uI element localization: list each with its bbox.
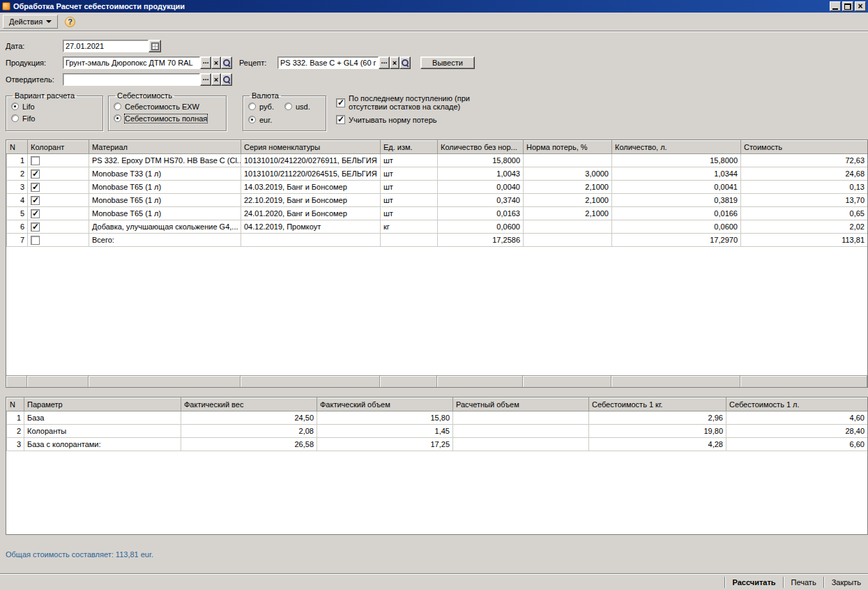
column-header-cost-per-kg[interactable]: Себестоимость 1 кг. <box>589 398 726 411</box>
cell-cost[interactable]: 2,02 <box>741 220 868 234</box>
column-header-loss-rate[interactable]: Норма потерь, % <box>524 141 612 154</box>
column-header-series[interactable]: Серия номенклатуры <box>241 141 381 154</box>
column-header-colorant[interactable]: Колорант <box>28 141 89 154</box>
actions-menu-button[interactable]: Действия <box>3 15 58 29</box>
cell-actual-weight[interactable]: 24,50 <box>181 411 317 425</box>
cell-unit[interactable]: шт <box>381 167 438 181</box>
cell-n[interactable]: 2 <box>7 167 28 181</box>
colorant-checkbox[interactable] <box>31 222 40 232</box>
materials-row[interactable]: 7Всего:17,258617,2970113,81 <box>7 234 868 247</box>
minimize-button[interactable] <box>830 1 841 11</box>
cell-qty-liters[interactable]: 0,0041 <box>612 181 741 194</box>
recipe-input[interactable] <box>277 56 379 69</box>
colorant-checkbox[interactable] <box>31 169 40 179</box>
checkbox-last-receipt[interactable]: По последнему поступлению (при отсутстви… <box>336 94 510 111</box>
radio-option-eur[interactable]: eur. <box>248 114 284 126</box>
cell-loss-rate[interactable] <box>524 220 612 234</box>
cell-loss-rate[interactable]: 3,0000 <box>524 167 612 181</box>
column-header-calc-volume[interactable]: Расчетный объем <box>453 398 589 411</box>
column-header-unit[interactable]: Ед. изм. <box>381 141 438 154</box>
cell-material[interactable]: PS 332. Epoxy DTM HS70. HB Base C (Cl... <box>89 154 241 167</box>
help-button[interactable]: ? <box>63 15 77 29</box>
column-header-qty-liters[interactable]: Количество, л. <box>612 141 741 154</box>
cell-colorant[interactable] <box>28 234 89 247</box>
cell-colorant[interactable] <box>28 181 89 194</box>
cell-unit[interactable] <box>381 234 438 247</box>
cell-calc-volume[interactable] <box>453 411 589 425</box>
cell-material[interactable]: Всего: <box>89 234 241 247</box>
product-choose-button[interactable] <box>200 56 211 69</box>
cell-colorant[interactable] <box>28 154 89 167</box>
cell-colorant[interactable] <box>28 207 89 220</box>
cell-calc-volume[interactable] <box>453 438 589 451</box>
product-search-button[interactable] <box>221 56 232 69</box>
column-header-cost[interactable]: Стоимость <box>741 141 868 154</box>
cell-material[interactable]: Добавка, улучшающая скольжение G4,... <box>89 220 241 234</box>
cell-cost[interactable]: 0,13 <box>741 181 868 194</box>
column-header-n[interactable]: N <box>7 141 28 154</box>
cell-material[interactable]: Monobase T65 (1 л) <box>89 194 241 207</box>
close-button[interactable]: × <box>855 1 866 11</box>
cell-colorant[interactable] <box>28 194 89 207</box>
cell-series[interactable]: 22.10.2019, Банг и Бонсомер <box>241 194 381 207</box>
cell-loss-rate[interactable]: 2,1000 <box>524 207 612 220</box>
materials-row[interactable]: 1PS 332. Epoxy DTM HS70. HB Base C (Cl..… <box>7 154 868 167</box>
print-button[interactable]: Печать <box>787 578 821 587</box>
cell-n[interactable]: 1 <box>7 154 28 167</box>
colorant-checkbox[interactable] <box>31 209 40 218</box>
cell-loss-rate[interactable]: 2,1000 <box>524 194 612 207</box>
cell-unit[interactable]: шт <box>381 194 438 207</box>
colorant-checkbox[interactable] <box>31 183 40 192</box>
cell-material[interactable]: Monobase T33 (1 л) <box>89 167 241 181</box>
materials-row[interactable]: 5Monobase T65 (1 л)24.01.2020, Банг и Бо… <box>7 207 868 220</box>
materials-row[interactable]: 2Monobase T33 (1 л)10131010/211220/02645… <box>7 167 868 181</box>
cell-cost-per-liter[interactable]: 28,40 <box>726 425 868 438</box>
column-header-material[interactable]: Материал <box>89 141 241 154</box>
restore-button[interactable] <box>842 1 853 11</box>
cell-colorant[interactable] <box>28 167 89 181</box>
cell-cost[interactable]: 72,63 <box>741 154 868 167</box>
cell-cost[interactable]: 113,81 <box>741 234 868 247</box>
cell-parameter[interactable]: Колоранты <box>24 425 181 438</box>
cell-unit[interactable]: кг <box>381 220 438 234</box>
cell-unit[interactable]: шт <box>381 154 438 167</box>
cell-n[interactable]: 6 <box>7 220 28 234</box>
cell-cost-per-kg[interactable]: 2,96 <box>589 411 726 425</box>
hardener-clear-button[interactable] <box>211 73 221 86</box>
cell-qty-gross[interactable]: 0,0600 <box>438 220 524 234</box>
cell-n[interactable]: 1 <box>7 411 24 425</box>
close-form-button[interactable]: Закрыть <box>828 578 865 587</box>
cell-unit[interactable]: шт <box>381 181 438 194</box>
cell-cost-per-kg[interactable]: 19,80 <box>589 425 726 438</box>
cell-cost-per-liter[interactable]: 6,60 <box>726 438 868 451</box>
cell-n[interactable]: 2 <box>7 425 24 438</box>
cell-parameter[interactable]: База с колорантами: <box>24 438 181 451</box>
cell-series[interactable] <box>241 234 381 247</box>
cell-qty-gross[interactable]: 1,0043 <box>438 167 524 181</box>
column-header-cost-per-liter[interactable]: Себестоимость 1 л. <box>726 398 868 411</box>
cell-qty-gross[interactable]: 15,8000 <box>438 154 524 167</box>
cell-actual-volume[interactable]: 15,80 <box>317 411 453 425</box>
summary-row[interactable]: 3База с колорантами:26,5817,254,286,60 <box>7 438 868 451</box>
recipe-search-button[interactable] <box>399 56 411 69</box>
column-header-actual-weight[interactable]: Фактический вес <box>181 398 317 411</box>
cell-loss-rate[interactable]: 2,1000 <box>524 181 612 194</box>
recipe-clear-button[interactable] <box>390 56 399 69</box>
cell-series[interactable]: 04.12.2019, Промкоут <box>241 220 381 234</box>
checkbox-loss-rate[interactable]: Учитывать норму потерь <box>336 115 510 124</box>
cell-qty-liters[interactable]: 1,0344 <box>612 167 741 181</box>
date-input[interactable] <box>63 40 149 52</box>
cell-material[interactable]: Monobase T65 (1 л) <box>89 181 241 194</box>
output-button[interactable]: Вывести <box>420 56 475 69</box>
cell-cost[interactable]: 0,65 <box>741 207 868 220</box>
cell-series[interactable]: 10131010/211220/0264515, БЕЛЬГИЯ <box>241 167 381 181</box>
cell-n[interactable]: 7 <box>7 234 28 247</box>
materials-row[interactable]: 3Monobase T65 (1 л)14.03.2019, Банг и Бо… <box>7 181 868 194</box>
cell-parameter[interactable]: База <box>24 411 181 425</box>
cell-cost-per-liter[interactable]: 4,60 <box>726 411 868 425</box>
cell-series[interactable]: 10131010/241220/0276911, БЕЛЬГИЯ <box>241 154 381 167</box>
colorant-checkbox[interactable] <box>31 236 40 245</box>
radio-option-cost-full[interactable]: Себестоимость полная <box>114 112 221 124</box>
cell-qty-gross[interactable]: 0,3740 <box>438 194 524 207</box>
radio-option-cost-exw[interactable]: Себестоимость EXW <box>114 100 221 112</box>
